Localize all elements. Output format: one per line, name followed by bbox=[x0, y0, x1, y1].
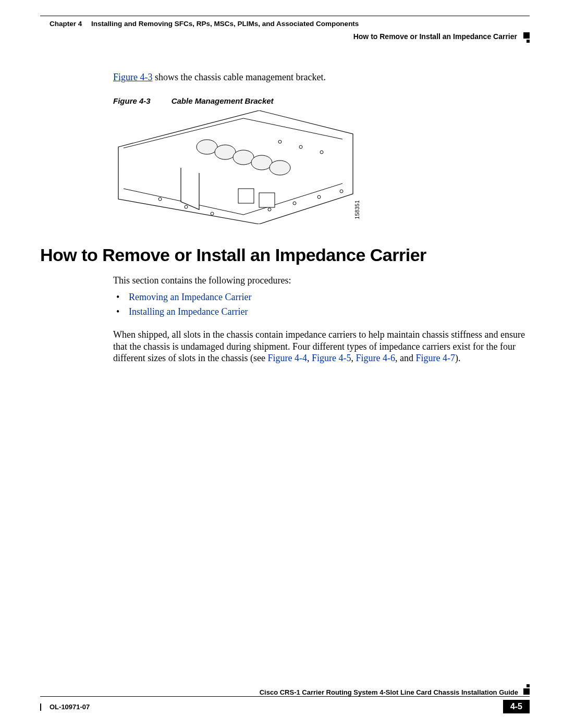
figure-caption-title: Cable Management Bracket bbox=[172, 96, 274, 105]
page-number: 4-5 bbox=[503, 700, 530, 713]
figure-4-7-link[interactable]: Figure 4-7 bbox=[416, 353, 456, 363]
footer-doc-title: Cisco CRS-1 Carrier Routing System 4-Slo… bbox=[260, 688, 518, 696]
intro-text: shows the chassis cable management brack… bbox=[153, 72, 326, 82]
svg-rect-16 bbox=[238, 189, 254, 203]
svg-point-4 bbox=[251, 155, 272, 170]
footer-doc-number: OL-10971-07 bbox=[50, 703, 90, 711]
figure-4-4-link[interactable]: Figure 4-4 bbox=[268, 353, 308, 363]
header-section-name: How to Remove or Install an Impedance Ca… bbox=[353, 32, 517, 41]
impedance-description: When shipped, all slots in the chassis c… bbox=[113, 329, 530, 364]
installing-impedance-link[interactable]: Installing an Impedance Carrier bbox=[129, 306, 248, 317]
removing-impedance-link[interactable]: Removing an Impedance Carrier bbox=[129, 292, 251, 302]
procedures-intro: This section contains the following proc… bbox=[113, 275, 530, 287]
list-item: Removing an Impedance Carrier bbox=[129, 290, 530, 305]
svg-point-1 bbox=[197, 140, 217, 154]
footer-marker-icon bbox=[523, 688, 530, 695]
footer-marker-icon bbox=[40, 704, 43, 711]
chapter-title: Installing and Removing SFCs, RPs, MSCs,… bbox=[91, 20, 359, 28]
procedures-list: Removing an Impedance Carrier Installing… bbox=[40, 290, 530, 320]
figure-4-6-link[interactable]: Figure 4-6 bbox=[356, 353, 396, 363]
intro-paragraph: Figure 4-3 shows the chassis cable manag… bbox=[113, 72, 530, 83]
figure-caption: Figure 4-3Cable Management Bracket bbox=[113, 96, 530, 105]
svg-point-3 bbox=[233, 150, 254, 165]
svg-point-5 bbox=[270, 161, 290, 175]
page-footer: Cisco CRS-1 Carrier Routing System 4-Slo… bbox=[40, 688, 530, 713]
figure-4-5-link[interactable]: Figure 4-5 bbox=[312, 353, 351, 363]
footer-marker-icon bbox=[527, 684, 530, 687]
figure-4-3-image: 158351 bbox=[113, 110, 358, 224]
chapter-label: Chapter 4 bbox=[50, 20, 82, 28]
header-marker-icon bbox=[523, 32, 530, 39]
list-item: Installing an Impedance Carrier bbox=[129, 304, 530, 319]
figure-id-label: 158351 bbox=[354, 200, 360, 219]
figure-4-3-link[interactable]: Figure 4-3 bbox=[113, 72, 153, 82]
svg-rect-17 bbox=[259, 193, 275, 207]
svg-marker-0 bbox=[118, 110, 353, 224]
svg-point-2 bbox=[215, 145, 236, 159]
section-heading: How to Remove or Install an Impedance Ca… bbox=[40, 245, 530, 265]
figure-caption-number: Figure 4-3 bbox=[113, 96, 151, 105]
